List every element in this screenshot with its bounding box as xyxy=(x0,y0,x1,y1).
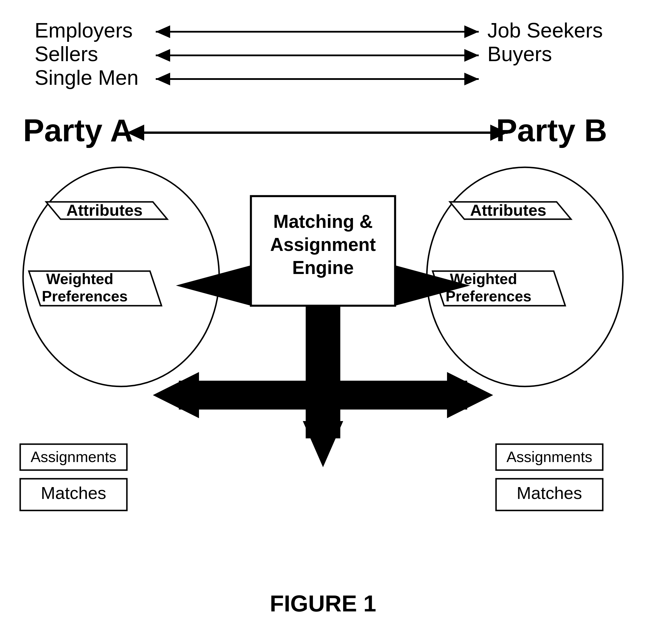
single-men-label: Single Men xyxy=(35,66,138,89)
engine-line1: Matching & xyxy=(274,211,373,232)
svg-marker-20 xyxy=(395,265,470,306)
job-seekers-label: Job Seekers xyxy=(488,19,603,42)
buyers-label: Buyers xyxy=(488,42,552,66)
left-assignments-label: Assignments xyxy=(30,448,116,465)
svg-point-12 xyxy=(23,167,219,387)
left-weighted-label: Weighted xyxy=(46,271,113,287)
sellers-label: Sellers xyxy=(35,42,98,66)
svg-point-13 xyxy=(427,167,623,387)
svg-marker-5 xyxy=(464,49,479,62)
party-a-label: Party A xyxy=(23,112,133,148)
svg-marker-16 xyxy=(29,271,162,306)
left-matches-label: Matches xyxy=(41,484,106,503)
svg-marker-26 xyxy=(447,372,493,418)
svg-marker-19 xyxy=(176,265,251,306)
svg-marker-10 xyxy=(127,125,144,141)
svg-rect-23 xyxy=(179,381,306,410)
svg-rect-31 xyxy=(496,479,603,511)
svg-marker-2 xyxy=(464,25,479,38)
employers-label: Employers xyxy=(35,19,133,42)
svg-marker-17 xyxy=(433,271,565,306)
svg-rect-18 xyxy=(251,196,395,306)
svg-rect-22 xyxy=(306,381,340,438)
svg-marker-8 xyxy=(464,73,479,85)
svg-marker-7 xyxy=(156,73,170,85)
svg-rect-29 xyxy=(20,479,127,511)
svg-marker-11 xyxy=(490,125,508,141)
svg-marker-1 xyxy=(156,25,170,38)
svg-rect-30 xyxy=(496,444,603,470)
right-matches-label: Matches xyxy=(517,484,582,503)
figure-caption: FIGURE 1 xyxy=(270,591,376,616)
party-b-label: Party B xyxy=(496,112,607,148)
diagram-container: Employers Sellers Single Men Job Seekers… xyxy=(0,0,646,644)
svg-rect-28 xyxy=(20,444,127,470)
svg-marker-25 xyxy=(153,372,199,418)
right-weighted-label: Weighted xyxy=(450,271,517,287)
svg-marker-14 xyxy=(46,202,167,219)
svg-marker-15 xyxy=(450,202,571,219)
engine-line3: Engine xyxy=(292,257,353,278)
right-assignments-label: Assignments xyxy=(507,448,593,465)
left-attributes-label: Attributes xyxy=(66,201,142,219)
right-preferences-label: Preferences xyxy=(446,288,532,305)
svg-marker-4 xyxy=(156,49,170,62)
svg-rect-24 xyxy=(340,381,467,410)
left-preferences-label: Preferences xyxy=(42,288,128,305)
svg-rect-21 xyxy=(306,306,340,381)
engine-line2: Assignment xyxy=(270,234,376,255)
svg-marker-27 xyxy=(303,421,343,467)
right-attributes-label: Attributes xyxy=(470,201,546,219)
